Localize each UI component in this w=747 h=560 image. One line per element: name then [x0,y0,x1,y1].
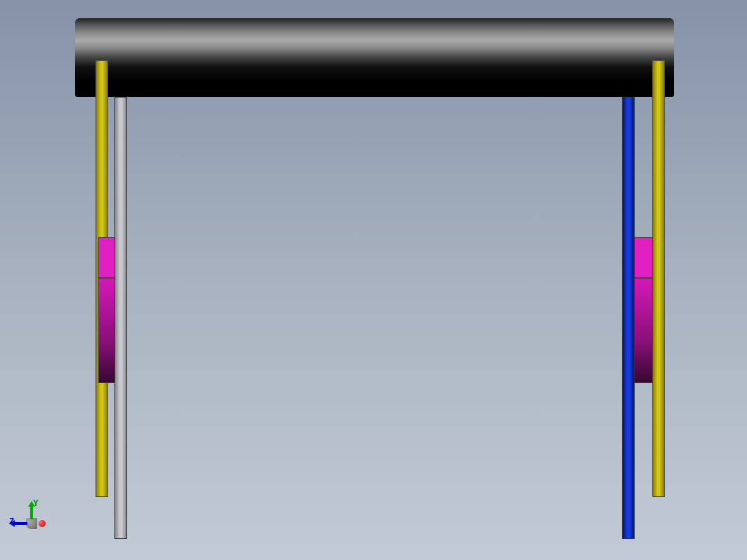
y-axis-label: Y [33,498,39,508]
x-axis-dot-icon [39,520,46,527]
z-axis-label: Z [9,516,14,526]
magenta-block-right-lower [633,278,653,383]
cad-viewport[interactable]: Y Z [0,0,747,560]
coordinate-triad[interactable]: Y Z [11,497,53,539]
blue-rod-right [622,97,635,539]
triad-origin-icon [26,518,37,529]
yellow-rod-right [652,60,665,497]
top-horizontal-shaft [75,18,674,97]
z-axis-arrow-icon [13,522,27,525]
magenta-block-right-upper [633,237,653,278]
gray-rod-left [114,97,127,539]
